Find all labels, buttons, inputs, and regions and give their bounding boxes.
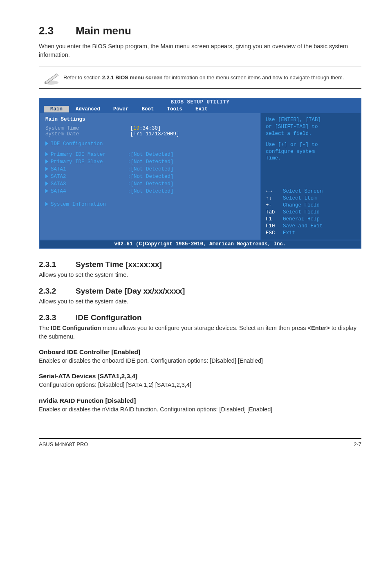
option-text: Configuration options: [Disabled] [SATA … <box>39 381 361 389</box>
bios-ide-label: SATA4 <box>51 189 128 194</box>
p-bold: IDE Configuration <box>51 325 101 331</box>
bios-ide-label: SATA3 <box>51 181 128 187</box>
subsection-number: 2.3.2 <box>39 287 76 296</box>
bios-tab-tools: Tools <box>161 106 189 112</box>
bios-nav-keys: ←→Select Screen ↑↓Select Item +-Change F… <box>266 188 356 236</box>
option-heading: Onboard IDE Controller [Enabled] <box>39 348 361 356</box>
bios-help-line: configure system <box>266 148 356 155</box>
p-pre: The <box>39 325 51 331</box>
nav-desc: General Help <box>283 216 320 222</box>
bios-ide-label: Primary IDE Slave <box>51 159 128 165</box>
option-text: Enables or disables the onboard IDE port… <box>39 357 361 365</box>
subsection-number: 2.3.1 <box>39 260 76 269</box>
nav-key: F10 <box>266 223 283 230</box>
triangle-icon <box>45 159 48 164</box>
bios-ide-config-row: IDE Configuration <box>45 141 254 147</box>
nav-key: ↑↓ <box>266 195 283 202</box>
note-suffix: for information on the menu screen items… <box>163 74 344 81</box>
bios-system-date-row: System Date [Fri 11/13/2009] <box>45 131 254 137</box>
bios-ide-value: :[Not Detected] <box>128 152 174 157</box>
bios-tab-advanced: Advanced <box>69 106 107 112</box>
bios-ide-config-label: IDE Configuration <box>51 141 103 147</box>
nav-desc: Exit <box>283 230 295 236</box>
triangle-icon <box>45 141 48 146</box>
nav-key: ←→ <box>266 188 283 195</box>
nav-desc: Select Field <box>283 209 320 215</box>
bios-help-line: Use [ENTER], [TAB] <box>266 117 356 123</box>
bios-ide-item: SATA4:[Not Detected] <box>45 189 254 194</box>
bios-help-line: or [SHIFT-TAB] to <box>266 123 356 130</box>
note-prefix: Refer to section <box>63 74 102 81</box>
triangle-icon <box>45 182 48 186</box>
subsection-title: System Date [Day xx/xx/xxxx] <box>76 287 185 295</box>
section-number: 2.3 <box>39 25 76 37</box>
bios-time-rest: :34:30] <box>139 126 161 131</box>
bios-ide-label: SATA2 <box>51 174 128 180</box>
subsection-heading: 2.3.3IDE Configuration <box>39 313 361 322</box>
bios-tabbar: Main Advanced Power Boot Tools Exit <box>40 106 361 113</box>
triangle-icon <box>45 152 48 156</box>
bios-ide-item: Primary IDE Slave:[Not Detected] <box>45 159 254 165</box>
bios-ide-item: SATA1:[Not Detected] <box>45 166 254 172</box>
section-heading: 2.3Main menu <box>39 25 361 37</box>
bios-ide-value: :[Not Detected] <box>128 189 174 194</box>
nav-desc: Change Field <box>283 202 320 208</box>
bios-ide-value: :[Not Detected] <box>128 181 174 187</box>
page-footer: ASUS M4N68T PRO 2-7 <box>39 438 361 447</box>
triangle-icon <box>45 202 48 206</box>
bios-title: BIOS SETUP UTILITY <box>40 99 361 106</box>
bios-system-date-value: [Fri 11/13/2009] <box>130 131 179 137</box>
triangle-icon <box>45 167 48 171</box>
option-text: Enables or disables the nVidia RAID func… <box>39 405 361 414</box>
bios-tab-exit: Exit <box>189 106 214 112</box>
bios-ide-item: Primary IDE Master:[Not Detected] <box>45 152 254 157</box>
bios-ide-value: :[Not Detected] <box>128 166 174 172</box>
bios-system-info-row: System Information <box>45 202 254 207</box>
subsection-title: IDE Configuration <box>76 313 141 322</box>
bios-right-pane: Use [ENTER], [TAB] or [SHIFT-TAB] to sel… <box>261 113 361 240</box>
bios-system-date-label: System Date <box>45 131 127 137</box>
footer-left: ASUS M4N68T PRO <box>39 441 88 447</box>
triangle-icon <box>45 174 48 178</box>
nav-desc: Save and Exit <box>283 223 323 229</box>
nav-key: F1 <box>266 216 283 223</box>
bios-system-time-label: System Time <box>45 126 127 131</box>
note-box: Refer to section 2.2.1 BIOS menu screen … <box>39 67 361 89</box>
p-mid: menu allows you to configure your storag… <box>101 325 307 331</box>
option-heading: nVidia RAID Function [Disabled] <box>39 397 361 404</box>
nav-key: ESC <box>266 230 283 237</box>
nav-key: Tab <box>266 209 283 216</box>
bios-ide-label: SATA1 <box>51 166 128 172</box>
bios-tab-power: Power <box>107 106 135 112</box>
bios-time-bracket: [ <box>130 126 134 131</box>
bios-ide-value: :[Not Detected] <box>128 159 174 165</box>
note-bold: 2.2.1 BIOS menu screen <box>102 74 163 81</box>
bios-help-line: select a field. <box>266 130 356 137</box>
bios-copyright: v02.61 (C)Copyright 1985-2010, American … <box>40 240 361 248</box>
bios-help-line: Use [+] or [-] to <box>266 141 356 148</box>
nav-desc: Select Item <box>283 195 317 201</box>
bios-ide-item: SATA2:[Not Detected] <box>45 174 254 180</box>
bios-screenshot: BIOS SETUP UTILITY Main Advanced Power B… <box>39 98 361 249</box>
bios-tab-boot: Boot <box>135 106 161 112</box>
bios-system-time-row: System Time [19:34:30] <box>45 126 254 131</box>
bios-ide-item: SATA3:[Not Detected] <box>45 181 254 187</box>
option-heading: Serial-ATA Devices [SATA1,2,3,4] <box>39 373 361 380</box>
subsection-text: The IDE Configuration menu allows you to… <box>39 324 361 341</box>
p-bold2: <Enter> <box>308 325 330 331</box>
section-title-text: Main menu <box>76 25 131 37</box>
subsection-title: System Time [xx:xx:xx] <box>76 260 162 269</box>
section-intro: When you enter the BIOS Setup program, t… <box>39 42 361 59</box>
bios-left-pane: Main Settings System Time [19:34:30] Sys… <box>40 113 261 240</box>
bios-help-mid: Use [+] or [-] to configure system Time. <box>266 141 356 162</box>
note-text: Refer to section 2.2.1 BIOS menu screen … <box>63 74 344 81</box>
triangle-icon <box>45 189 48 193</box>
bios-help-line: Time. <box>266 155 356 162</box>
footer-right: 2-7 <box>354 441 361 447</box>
note-icon <box>39 70 63 85</box>
bios-ide-label: Primary IDE Master <box>51 152 128 157</box>
subsection-text: Allows you to set the system date. <box>39 297 361 306</box>
nav-desc: Select Screen <box>283 189 323 194</box>
bios-time-hour: 19 <box>133 126 139 131</box>
subsection-heading: 2.3.2System Date [Day xx/xx/xxxx] <box>39 287 361 296</box>
